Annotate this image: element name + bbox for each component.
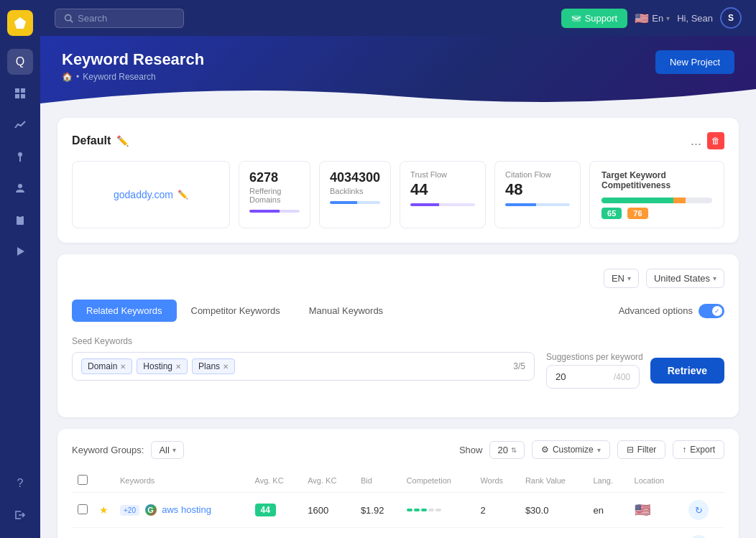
referring-domains-bar (249, 210, 300, 213)
seed-tag-domain: Domain ✕ (81, 358, 132, 374)
referring-domains-stat: 6278 Reffering Domains (239, 161, 310, 228)
svg-rect-13 (572, 16, 581, 22)
country-chevron-icon: ▾ (713, 274, 716, 282)
sync-button-1[interactable]: ↻ (688, 535, 709, 538)
trust-flow-bar (410, 203, 475, 206)
sidebar: Q ? (0, 0, 40, 538)
card-actions: ... 🗑 (691, 132, 724, 149)
seed-tag-hosting-close[interactable]: ✕ (175, 363, 181, 371)
svg-rect-2 (21, 88, 25, 93)
tabs-row: Related Keywords Competitor Keywords Man… (72, 300, 724, 322)
domain-edit-icon[interactable]: ✏️ (178, 190, 188, 200)
google-icon-0: G (145, 504, 157, 516)
lang-1: en (587, 528, 628, 539)
table-row: ★ +20 G aws hosting 44 1600 $1.92 2 $30.… (72, 493, 724, 528)
svg-line-12 (70, 19, 73, 22)
user-avatar[interactable]: S (720, 7, 742, 29)
avg-kc-1: 1600 (302, 528, 355, 539)
comp-dots-0 (407, 509, 469, 511)
show-chevron-icon: ⇅ (511, 446, 517, 454)
sidebar-item-grid[interactable] (7, 80, 33, 106)
comp-bar (601, 198, 712, 203)
sidebar-item-play[interactable] (7, 238, 33, 264)
tab-related-keywords[interactable]: Related Keywords (72, 300, 177, 322)
comp-dot-filled (407, 509, 412, 511)
seed-count: 3/5 (513, 361, 525, 371)
lang-chevron-icon: ▾ (627, 274, 631, 282)
main-content: Support 🇺🇸 En ▾ Hi, Sean S Keyword Resea… (40, 0, 756, 538)
more-options-button[interactable]: ... (691, 134, 701, 149)
breadcrumb-separator: • (76, 72, 79, 82)
domain-link[interactable]: godaddy.com ✏️ (114, 189, 188, 200)
customize-icon: ⚙ (541, 445, 549, 455)
delete-button[interactable]: 🗑 (707, 132, 724, 149)
sidebar-item-user[interactable] (7, 175, 33, 201)
seed-tag-plans-close[interactable]: ✕ (223, 363, 229, 371)
sidebar-item-search[interactable]: Q (7, 49, 33, 75)
toolbar-right: Show 20 ⇅ ⚙ Customize ▾ ⊟ Filter (459, 440, 724, 459)
export-button[interactable]: ↑ Export (673, 440, 724, 459)
bid-0: $1.92 (355, 493, 401, 528)
country-filter[interactable]: United States ▾ (646, 269, 724, 288)
search-input[interactable] (78, 13, 164, 24)
search-icon (64, 14, 73, 23)
tab-competitor-keywords[interactable]: Competitor Keywords (177, 300, 295, 322)
keyword-badge-0: +20 (120, 505, 139, 516)
filter-button[interactable]: ⊟ Filter (617, 440, 666, 459)
seed-tag-plans: Plans ✕ (192, 358, 235, 374)
sidebar-item-chart[interactable] (7, 112, 33, 138)
keyword-groups-select[interactable]: All ▾ (151, 441, 183, 459)
keyword-section-card: EN ▾ United States ▾ Related Keywords Co… (57, 254, 739, 417)
flag-icon: 🇺🇸 (635, 11, 649, 25)
sidebar-item-logout[interactable] (7, 502, 33, 528)
svg-marker-10 (17, 247, 24, 256)
filter-icon: ⊟ (627, 445, 634, 455)
tab-manual-keywords[interactable]: Manual Keywords (295, 300, 397, 322)
backlinks-stat: 4034300 Backlinks (319, 161, 391, 228)
table-header: Keywords Avg. KC Avg. KC Bid Competetion… (72, 469, 724, 493)
edit-icon[interactable]: ✏️ (116, 135, 129, 147)
row-checkbox-0[interactable] (78, 504, 88, 514)
sidebar-item-clipboard[interactable] (7, 207, 33, 233)
export-icon: ↑ (682, 445, 686, 455)
sync-button-0[interactable]: ↻ (688, 500, 709, 520)
keywords-table: Keywords Avg. KC Avg. KC Bid Competetion… (72, 469, 724, 538)
seed-tag-hosting: Hosting ✕ (137, 358, 188, 374)
flag-icon-0: 🇺🇸 (635, 503, 650, 517)
words-1: 2 (474, 528, 519, 539)
stats-row: godaddy.com ✏️ 6278 Reffering Domains 40… (72, 161, 724, 228)
search-box[interactable] (55, 9, 184, 28)
advanced-toggle[interactable] (699, 304, 724, 318)
sidebar-logo[interactable] (7, 10, 33, 36)
show-count-select[interactable]: 20 ⇅ (489, 441, 524, 459)
language-selector[interactable]: 🇺🇸 En ▾ (635, 11, 670, 25)
select-all-checkbox[interactable] (78, 475, 88, 485)
customize-button[interactable]: ⚙ Customize ▾ (532, 440, 610, 459)
svg-point-11 (65, 14, 71, 20)
lang-0: en (587, 493, 628, 528)
seed-tag-domain-close[interactable]: ✕ (120, 363, 126, 371)
competitiveness-box: Target Keyword Competitiveness 65 76 (589, 161, 724, 228)
support-button[interactable]: Support (561, 9, 628, 28)
trust-flow-box: Trust Flow 44 (400, 161, 486, 228)
topnav: Support 🇺🇸 En ▾ Hi, Sean S (40, 0, 756, 36)
lang-filter[interactable]: EN ▾ (604, 269, 639, 288)
sidebar-item-help[interactable]: ? (7, 470, 33, 496)
new-project-button[interactable]: New Project (655, 50, 734, 74)
star-icon-0[interactable]: ★ (99, 504, 109, 516)
kc-badge-0: 44 (255, 504, 276, 516)
keyword-link-0[interactable]: aws hosting (162, 504, 211, 515)
retrieve-button[interactable]: Retrieve (650, 358, 724, 384)
rank-value-1: $30.0 (520, 528, 588, 539)
chevron-down-icon: ▾ (666, 14, 670, 22)
seed-input-row: Domain ✕ Hosting ✕ Plans ✕ 3/5 (72, 352, 724, 389)
comp-dot-empty (435, 509, 441, 511)
seed-input-box[interactable]: Domain ✕ Hosting ✕ Plans ✕ 3/5 (72, 352, 535, 381)
content-area: Default ✏️ ... 🗑 godaddy.com ✏️ (40, 103, 756, 538)
suggestions-input[interactable]: 20 /400 (546, 365, 640, 389)
avg-kc-0: 1600 (302, 493, 355, 528)
user-greeting: Hi, Sean (677, 13, 713, 24)
comp-markers: 65 76 (601, 208, 712, 219)
backlinks-bar (330, 201, 380, 204)
sidebar-item-pin[interactable] (7, 144, 33, 170)
